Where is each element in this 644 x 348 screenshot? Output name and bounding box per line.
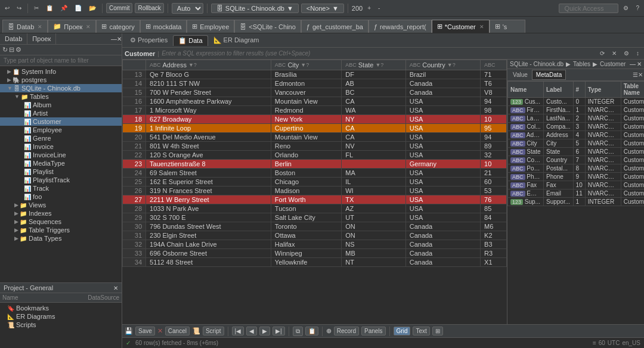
cell-address[interactable]: 302 S 700 E bbox=[146, 213, 271, 222]
nav-next[interactable]: ▶ bbox=[259, 327, 270, 335]
cell-city[interactable]: Toronto bbox=[271, 222, 341, 231]
cell-address[interactable]: 796 Dundas Street West bbox=[146, 222, 271, 231]
tree-playlisttrack[interactable]: 📊 PlaylistTrack bbox=[0, 176, 122, 184]
cell-city[interactable]: Cupertino bbox=[271, 124, 341, 133]
cell-city[interactable]: Vancouver bbox=[271, 88, 341, 97]
project-er-diagrams[interactable]: 📐 ER Diagrams bbox=[0, 312, 122, 321]
col-address[interactable]: ABC Address ▼? bbox=[146, 60, 271, 70]
copy-rows[interactable]: ⧉ bbox=[293, 327, 303, 336]
cell-country[interactable]: USA bbox=[405, 204, 480, 213]
cell-city[interactable]: Halifax bbox=[271, 240, 341, 249]
cell-country[interactable]: USA bbox=[405, 106, 480, 115]
cell-state[interactable]: AB bbox=[342, 79, 405, 88]
meta-row[interactable]: ABC Add... Address 4 NVARCHAR Customer 2… bbox=[508, 131, 645, 139]
cell-address[interactable]: Tauenztienstraße 8 bbox=[146, 160, 271, 169]
tab-getcustomer[interactable]: ƒ get_customer_ba bbox=[301, 20, 369, 33]
record-button[interactable]: Record bbox=[334, 327, 359, 335]
cell-state[interactable]: DF bbox=[342, 70, 405, 79]
cell-state[interactable]: WI bbox=[342, 187, 405, 195]
cell-city[interactable]: Boston bbox=[271, 169, 341, 178]
tab-s[interactable]: ⊞ 's bbox=[490, 20, 525, 33]
col-extra[interactable]: ABC bbox=[481, 60, 507, 70]
cell-extra[interactable]: 21 bbox=[481, 169, 507, 178]
cell-extra[interactable]: 89 bbox=[481, 142, 507, 151]
cell-country[interactable]: USA bbox=[405, 142, 480, 151]
sub-tab-er[interactable]: 📐 ER Diagram bbox=[208, 35, 265, 46]
col-city[interactable]: ABC City ▼? bbox=[271, 60, 341, 70]
cell-city[interactable]: Fort Worth bbox=[271, 195, 341, 204]
cell-city[interactable]: Mountain View bbox=[271, 97, 341, 106]
cell-city[interactable]: Salt Lake City bbox=[271, 213, 341, 222]
filter-apply[interactable]: ⟳ bbox=[597, 49, 607, 58]
cell-country[interactable]: Canada bbox=[405, 88, 480, 97]
cell-address[interactable]: 69 Salem Street bbox=[146, 169, 271, 178]
meta-tab-value[interactable]: Value bbox=[509, 70, 532, 80]
script-button[interactable]: Script bbox=[203, 327, 224, 335]
tab-customer[interactable]: ⊞ *Customer ✕ bbox=[432, 20, 490, 33]
cell-city[interactable]: Edmonton bbox=[271, 79, 341, 88]
meta-close[interactable]: ✕ bbox=[637, 61, 642, 67]
cell-city[interactable]: Redmond bbox=[271, 106, 341, 115]
tree-sqlite[interactable]: ▼ 🗄 SQLite - Chinook.db bbox=[0, 84, 122, 92]
cell-extra[interactable]: 84 bbox=[481, 213, 507, 222]
table-row[interactable]: 17 1 Microsoft Way Redmond WA USA 98 bbox=[123, 106, 507, 115]
toolbar-open[interactable]: 📂 bbox=[86, 4, 98, 13]
tree-invoiceline[interactable]: 📊 InvoiceLine bbox=[0, 151, 122, 159]
meta-tab-metadata[interactable]: MetaData bbox=[532, 70, 566, 80]
table-row[interactable]: 22 120 S Orange Ave Orlando FL USA 32 bbox=[123, 151, 507, 160]
cell-country[interactable]: Canada bbox=[405, 249, 480, 258]
cell-extra[interactable]: 85 bbox=[481, 204, 507, 213]
cell-state[interactable]: AZ bbox=[342, 204, 405, 213]
cell-city[interactable]: Chicago bbox=[271, 178, 341, 187]
cell-address[interactable]: 1033 N Park Ave bbox=[146, 204, 271, 213]
tree-tabletriggers[interactable]: ▶ 📁 Table Triggers bbox=[0, 226, 122, 234]
cell-city[interactable]: Reno bbox=[271, 142, 341, 151]
cell-country[interactable]: Brazil bbox=[405, 70, 480, 79]
meta-row[interactable]: ABC Phone Phone 9 NVARCHAR Customer 2,14… bbox=[508, 173, 645, 181]
cell-extra[interactable]: 76 bbox=[481, 195, 507, 204]
cell-state[interactable]: NV bbox=[342, 142, 405, 151]
meta-row[interactable]: ABC Last... LastNa... 2 NVARCHAR Custome… bbox=[508, 114, 645, 123]
table-row[interactable]: 31 230 Elgin Street Ottawa ON Canada K2 bbox=[123, 231, 507, 240]
extra-view[interactable]: ⊞ bbox=[432, 327, 443, 335]
cell-country[interactable]: USA bbox=[405, 124, 480, 133]
tree-views[interactable]: ▶ 📁 Views bbox=[0, 201, 122, 209]
grid-button[interactable]: Grid bbox=[394, 327, 411, 335]
cell-country[interactable]: USA bbox=[405, 97, 480, 106]
country-filter-icon[interactable]: ▼? bbox=[447, 62, 456, 68]
cell-address[interactable]: 194A Chain Lake Drive bbox=[146, 240, 271, 249]
cell-extra[interactable]: 95 bbox=[481, 124, 507, 133]
cell-state[interactable]: IL bbox=[342, 178, 405, 187]
filter-sort[interactable]: ↕ bbox=[634, 49, 642, 58]
tab-datab[interactable]: 🗄 Datab ✕ bbox=[2, 20, 48, 33]
table-row[interactable]: 25 162 E Superior Street Chicago IL USA … bbox=[123, 178, 507, 187]
tree-datatypes[interactable]: ▶ 📁 Data Types bbox=[0, 234, 122, 243]
help-btn[interactable]: ? bbox=[633, 4, 642, 13]
meta-close2[interactable]: ✕ bbox=[638, 70, 643, 80]
tab-customer-close[interactable]: ✕ bbox=[479, 24, 484, 30]
table-row[interactable]: 15 700 W Pender Street Vancouver BC Cana… bbox=[123, 88, 507, 97]
cell-city[interactable]: Winnipeg bbox=[271, 249, 341, 258]
cell-address[interactable]: 1 Infinite Loop bbox=[146, 124, 271, 133]
nav-first[interactable]: |◀ bbox=[232, 327, 244, 335]
cell-address[interactable]: 162 E Superior Street bbox=[146, 178, 271, 187]
project-close[interactable]: ✕ bbox=[113, 285, 118, 291]
left-refresh[interactable]: ↻ bbox=[2, 46, 8, 54]
cell-city[interactable]: Mountain View bbox=[271, 133, 341, 142]
cell-state[interactable]: ON bbox=[342, 231, 405, 240]
toolbar-paste[interactable]: 📌 bbox=[58, 4, 70, 13]
cell-city[interactable]: New York bbox=[271, 115, 341, 124]
cell-extra[interactable]: M6 bbox=[481, 222, 507, 231]
meta-row[interactable]: ABC Fax Fax 10 NVARCHAR Customer 2,147,4… bbox=[508, 181, 645, 189]
tab-mockdata[interactable]: ⊞ mockdata bbox=[140, 20, 187, 33]
meta-minimize[interactable]: — bbox=[630, 61, 636, 67]
table-row[interactable]: 18 627 Broadway New York NY USA 10 bbox=[123, 115, 507, 124]
tab-rewards[interactable]: ƒ rewards_report( bbox=[369, 20, 432, 33]
cell-country[interactable]: USA bbox=[405, 133, 480, 142]
cell-state[interactable]: MA bbox=[342, 169, 405, 178]
tree-tables[interactable]: ▼ 📁 Tables bbox=[0, 92, 122, 101]
cell-address[interactable]: 1 Microsoft Way bbox=[146, 106, 271, 115]
cell-city[interactable]: Berlin bbox=[271, 160, 341, 169]
save-button[interactable]: Save bbox=[135, 327, 155, 335]
cell-state[interactable]: ON bbox=[342, 222, 405, 231]
